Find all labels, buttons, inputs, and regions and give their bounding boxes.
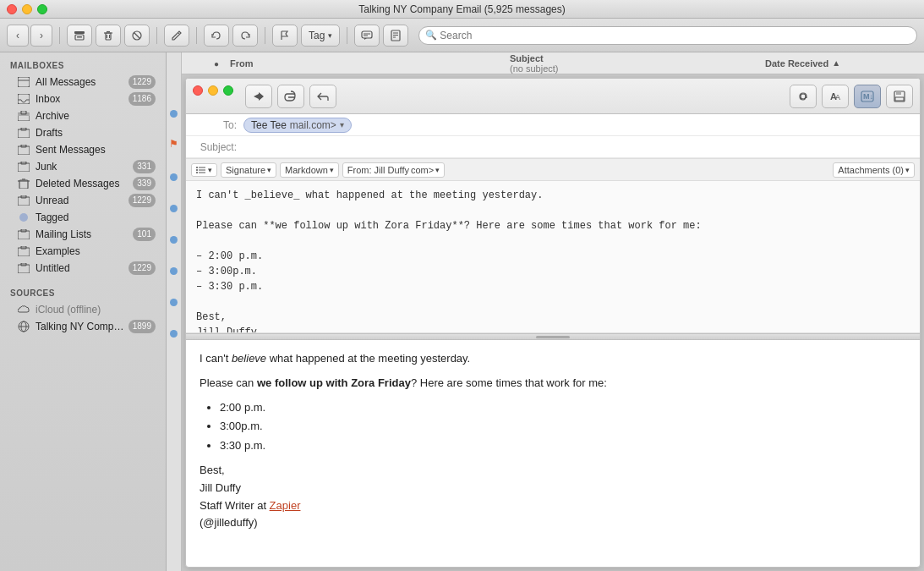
maximize-button[interactable]: [37, 4, 47, 14]
examples-label: Examples: [36, 245, 156, 257]
sidebar-item-unread[interactable]: Unread 1229: [3, 192, 162, 209]
junk-label: Junk: [36, 161, 133, 173]
svg-rect-0: [74, 31, 85, 34]
reply-icon: [316, 90, 330, 103]
chat-icon: [361, 30, 373, 41]
tag-button[interactable]: Tag ▾: [301, 25, 340, 47]
compose-body-markdown[interactable]: I can't _believe_ what happened at the m…: [186, 181, 920, 333]
inbox-badge: 1186: [128, 92, 156, 106]
markdown-icon: M↓: [861, 91, 874, 102]
junk-button[interactable]: [124, 25, 150, 47]
svg-rect-2: [77, 36, 82, 38]
to-dropdown-icon[interactable]: ▾: [340, 120, 344, 129]
compose-toolbar: A A M↓: [186, 79, 920, 114]
sidebar-item-sent[interactable]: Sent Messages: [3, 141, 162, 158]
window-traffic-lights[interactable]: [7, 4, 47, 14]
tagged-icon: [17, 211, 30, 223]
compose-traffic-lights[interactable]: [193, 85, 233, 96]
attachments-chevron-icon: ▾: [905, 166, 910, 174]
list-icon-btn[interactable]: ▾: [191, 163, 217, 177]
save-button[interactable]: [886, 85, 913, 108]
to-value: Tee Tee mail.com> ▾: [243, 118, 913, 133]
archive-folder-icon: [17, 110, 30, 122]
sidebar-item-mailing-lists[interactable]: Mailing Lists 101: [3, 226, 162, 243]
unread-badge: 1229: [128, 194, 156, 207]
main-layout: MAILBOXES All Messages 1229 Inbox 1186 A…: [0, 52, 924, 571]
sidebar-item-examples[interactable]: Examples: [3, 243, 162, 260]
preview-sign-1: Best, Jill Duffy Staff Writer at Zapier …: [200, 462, 906, 532]
svg-point-56: [196, 167, 198, 168]
junk-folder-icon: [17, 161, 30, 173]
compose-min-button[interactable]: [208, 85, 218, 96]
talking-ny-badge: 1899: [128, 320, 156, 333]
sidebar-item-archive[interactable]: Archive: [3, 107, 162, 124]
compose-close-button[interactable]: [193, 85, 203, 96]
attachment-button[interactable]: [277, 85, 304, 108]
rich-text-button[interactable]: A A: [822, 85, 849, 108]
preview-para-2: Please can we follow up with Zora Friday…: [200, 375, 906, 393]
subject-label: Subject:: [193, 141, 243, 153]
sidebar-item-deleted[interactable]: Deleted Messages 339: [3, 175, 162, 192]
flag-icon: [279, 30, 291, 41]
rich-text-icon: A A: [828, 91, 842, 102]
signature-label: Signature: [226, 165, 265, 175]
forward-button[interactable]: ›: [30, 25, 52, 47]
email-columns-header: ● From Subject (no subject) Date Receive…: [182, 52, 924, 74]
search-input[interactable]: [418, 26, 917, 45]
preview-p1-plain: I can't: [200, 352, 232, 365]
redo-button[interactable]: [232, 25, 258, 47]
signature-btn[interactable]: Signature ▾: [221, 162, 276, 178]
subject-col-label: Subject: [510, 53, 544, 63]
compose-toolbar-right: A A M↓: [822, 85, 913, 108]
junk-badge: 331: [133, 160, 156, 173]
sidebar-item-tagged[interactable]: Tagged: [3, 209, 162, 226]
to-name: Tee Tee: [251, 119, 287, 131]
message-dot-5: [170, 267, 178, 275]
sidebar-item-drafts[interactable]: Drafts: [3, 124, 162, 141]
preview-times-list: 2:00 p.m. 3:00p.m. 3:30 p.m.: [220, 399, 906, 455]
send-button[interactable]: [245, 85, 272, 108]
back-button[interactable]: ‹: [7, 25, 29, 47]
flag-button[interactable]: [272, 25, 298, 47]
markdown-view-button[interactable]: M↓: [854, 85, 881, 108]
compose-button[interactable]: [164, 25, 189, 47]
preview-time-3: 3:30 p.m.: [220, 437, 906, 455]
svg-line-10: [178, 32, 180, 34]
compose-preview-divider[interactable]: [186, 333, 920, 340]
flag-indicator: ⚑: [169, 138, 178, 150]
search-container: 🔍: [418, 26, 917, 45]
sidebar-item-talking-ny[interactable]: Talking NY Company... 1899: [3, 318, 162, 335]
talking-ny-icon: [17, 321, 30, 332]
markdown-format-btn[interactable]: Markdown ▾: [280, 162, 339, 178]
delete-button[interactable]: [96, 25, 121, 47]
sidebar-item-icloud[interactable]: iCloud (offline): [3, 301, 162, 318]
message-dot-6: [170, 299, 178, 306]
sidebar-item-all-messages[interactable]: All Messages 1229: [3, 74, 162, 91]
sent-icon: [17, 144, 30, 156]
sidebar-item-junk[interactable]: Junk 331: [3, 158, 162, 175]
reply-button[interactable]: [309, 85, 336, 108]
all-messages-label: All Messages: [36, 76, 128, 88]
sidebar-item-inbox[interactable]: Inbox 1186: [3, 91, 162, 107]
tagged-label: Tagged: [36, 211, 156, 223]
minimize-button[interactable]: [22, 4, 32, 14]
at-button[interactable]: [790, 85, 817, 108]
subject-input[interactable]: [243, 141, 913, 153]
attachments-btn[interactable]: Attachments (0) ▾: [833, 162, 915, 178]
from-btn[interactable]: From: Jill Duffy com> ▾: [342, 162, 445, 178]
talking-ny-label: Talking NY Company...: [36, 321, 128, 332]
from-chevron-icon: ▾: [435, 166, 440, 174]
signature-chevron-icon: ▾: [267, 166, 271, 174]
notes-button[interactable]: [383, 25, 408, 47]
close-button[interactable]: [7, 4, 17, 14]
redo-icon: [239, 30, 251, 41]
zapier-link[interactable]: Zapier: [270, 499, 301, 512]
to-chip[interactable]: Tee Tee mail.com> ▾: [243, 118, 352, 133]
sidebar-item-untitled[interactable]: Untitled 1229: [3, 260, 162, 277]
archive-button[interactable]: [67, 25, 92, 47]
subject-column-header: Subject (no subject): [510, 53, 765, 74]
chat-button[interactable]: [354, 25, 380, 47]
undo-button[interactable]: [204, 25, 229, 47]
compose-max-button[interactable]: [223, 85, 233, 96]
sort-chevron-icon[interactable]: ▲: [832, 58, 840, 68]
